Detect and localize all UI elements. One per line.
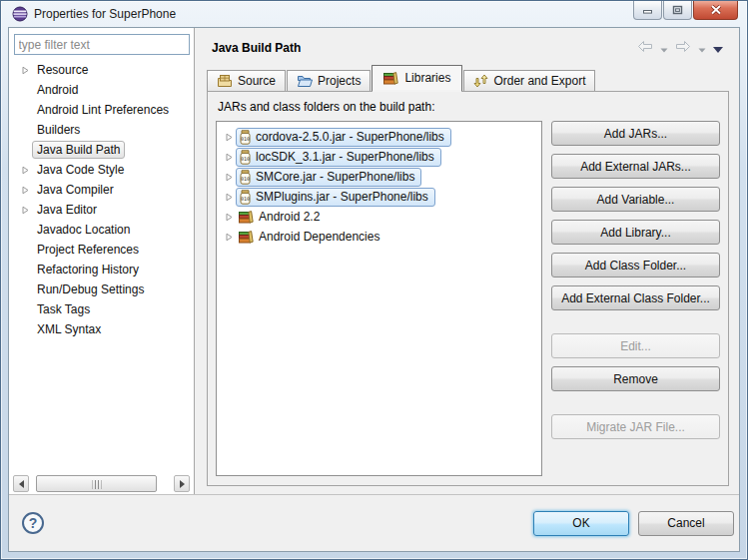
sidebar-item-builders[interactable]: Builders [9,120,194,140]
sidebar-item-run-debug-settings[interactable]: Run/Debug Settings [9,280,194,299]
view-menu-button[interactable] [713,39,723,57]
remove-button[interactable]: Remove [551,366,720,391]
back-button[interactable] [637,39,653,57]
sidebar-item-label: Java Code Style [32,161,129,179]
sidebar-item-java-compiler[interactable]: Java Compiler [9,180,194,200]
entry-chip: 010SMCore.jar - SuperPhone/libs [236,168,421,187]
ok-button[interactable]: OK [533,511,629,536]
entry-label: Android Dependencies [259,230,379,244]
expand-arrow-icon[interactable] [222,173,236,182]
tab-strip: SourceProjectsLibrariesOrder and Export [195,60,739,91]
entry-chip: 010locSDK_3.1.jar - SuperPhone/libs [236,148,441,167]
scrollbar-track[interactable] [30,475,173,492]
help-button[interactable]: ? [22,512,44,534]
sidebar-item-task-tags[interactable]: Task Tags [9,299,194,319]
add-variable-button[interactable]: Add Variable... [551,187,720,212]
scroll-left-button[interactable] [13,475,29,492]
svg-text:010: 010 [241,176,250,182]
tab-label: Order and Export [493,74,585,88]
help-icon: ? [29,515,38,531]
add-jars-button[interactable]: Add JARs... [551,121,720,146]
properties-dialog: Properties for SuperPhone ResourceAndroi… [0,0,748,560]
horizontal-scrollbar[interactable] [13,475,190,492]
add-library-button[interactable]: Add Library... [551,220,720,245]
expand-arrow-icon[interactable] [18,66,32,75]
edit-button[interactable]: Edit... [551,333,720,358]
build-path-entry-android-dependencies[interactable]: Android Dependencies [217,227,541,247]
filter-input[interactable] [14,34,190,55]
sidebar-item-resource[interactable]: Resource [9,60,194,80]
projects-folder-icon [297,74,313,87]
history-nav [637,39,723,57]
source-folder-icon [217,74,233,88]
sidebar-item-label: XML Syntax [32,320,106,338]
entry-chip: 010SMPlugins.jar - SuperPhone/libs [236,188,435,207]
build-path-entry-smplugins-jar-superphone-libs[interactable]: 010SMPlugins.jar - SuperPhone/libs [217,187,541,207]
add-class-folder-button[interactable]: Add Class Folder... [551,253,720,278]
action-button-column: Add JARs...Add External JARs...Add Varia… [542,121,720,476]
tab-projects[interactable]: Projects [287,70,371,91]
close-icon [710,1,722,19]
libraries-tab-content: JARs and class folders on the build path… [207,91,729,486]
sidebar-item-javadoc-location[interactable]: Javadoc Location [9,220,194,240]
sidebar-item-label: Java Build Path [32,141,125,159]
expand-arrow-icon[interactable] [222,193,236,202]
sidebar-item-label: Java Editor [32,201,102,219]
forward-history-dropdown[interactable] [698,39,706,57]
expand-arrow-icon[interactable] [18,166,32,175]
sidebar-item-java-build-path[interactable]: Java Build Path [9,140,194,160]
back-history-dropdown[interactable] [660,39,668,57]
library-icon [383,71,399,85]
expand-arrow-icon[interactable] [222,233,236,242]
jar-icon: 010 [239,130,252,145]
tab-label: Projects [318,74,361,88]
tab-libraries[interactable]: Libraries [372,65,462,91]
sidebar-item-label: Builders [32,121,85,139]
sidebar-item-label: Run/Debug Settings [32,280,149,298]
close-button[interactable] [693,1,738,20]
expand-arrow-icon[interactable] [18,186,32,195]
sidebar-item-android-lint-preferences[interactable]: Android Lint Preferences [9,100,194,120]
dialog-body: ResourceAndroidAndroid Lint PreferencesB… [8,27,740,552]
menu-triangle-icon [713,39,723,57]
sidebar-item-project-references[interactable]: Project References [9,240,194,260]
cancel-button[interactable]: Cancel [638,511,734,536]
add-external-class-folder-button[interactable]: Add External Class Folder... [551,285,720,310]
window-controls [632,1,738,20]
build-path-entry-smcore-jar-superphone-libs[interactable]: 010SMCore.jar - SuperPhone/libs [217,167,541,187]
properties-page: Java Build Path SourceProjectsLibrariesO… [195,28,739,494]
build-path-entry-android-2-2[interactable]: Android 2.2 [217,207,541,227]
expand-arrow-icon[interactable] [222,133,236,142]
grip-icon [92,480,101,489]
add-external-jars-button[interactable]: Add External JARs... [551,154,720,179]
scrollbar-thumb[interactable] [36,475,157,492]
maximize-button[interactable] [663,1,692,20]
sidebar-item-java-editor[interactable]: Java Editor [9,200,194,220]
sidebar-item-label: Task Tags [32,300,95,318]
sidebar-item-label: Android Lint Preferences [32,101,174,119]
migrate-jar-file-button[interactable]: Migrate JAR File... [551,414,720,439]
expand-arrow-icon[interactable] [18,206,32,215]
forward-button[interactable] [675,39,691,57]
window-title: Properties for SuperPhone [34,7,176,21]
entry-chip: Android Dependencies [236,228,386,247]
minimize-button[interactable] [633,1,662,20]
left-arrow-icon [15,480,24,488]
sidebar-item-label: Refactoring History [32,261,144,279]
entry-label: SMPlugins.jar - SuperPhone/libs [256,190,428,204]
sidebar-item-label: Javadoc Location [32,221,135,239]
expand-arrow-icon[interactable] [222,153,236,162]
main-area: ResourceAndroidAndroid Lint PreferencesB… [9,28,739,494]
build-path-list[interactable]: 010cordova-2.5.0.jar - SuperPhone/libs01… [216,121,542,476]
build-path-entry-cordova-2-5-0-jar-superphone-libs[interactable]: 010cordova-2.5.0.jar - SuperPhone/libs [217,127,541,147]
scroll-right-button[interactable] [174,475,190,492]
sidebar-item-refactoring-history[interactable]: Refactoring History [9,260,194,280]
sidebar-item-java-code-style[interactable]: Java Code Style [9,160,194,180]
sidebar-item-xml-syntax[interactable]: XML Syntax [9,319,194,339]
build-path-entry-locsdk-3-1-jar-superphone-libs[interactable]: 010locSDK_3.1.jar - SuperPhone/libs [217,147,541,167]
tab-source[interactable]: Source [207,70,286,91]
expand-arrow-icon[interactable] [222,213,236,222]
right-arrow-icon [180,480,189,488]
tab-order-and-export[interactable]: Order and Export [463,70,595,91]
sidebar-item-android[interactable]: Android [9,80,194,100]
